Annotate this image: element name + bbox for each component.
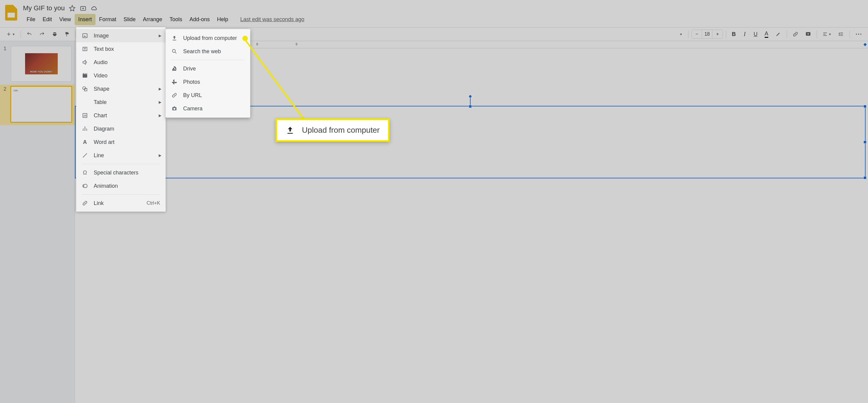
slides-logo[interactable] — [5, 4, 18, 21]
line-spacing-button[interactable] — [836, 29, 846, 39]
svg-point-3 — [858, 34, 859, 35]
insert-line[interactable]: Line ▶ — [76, 149, 166, 162]
menu-label: Audio — [94, 59, 107, 66]
image-photos[interactable]: Photos — [166, 75, 250, 89]
svg-point-13 — [84, 130, 85, 131]
font-size-control[interactable]: − 18 + — [691, 30, 723, 39]
image-upload-from-computer[interactable]: Upload from computer — [166, 31, 250, 45]
paint-format-button[interactable] — [62, 29, 72, 39]
menu-label: Camera — [183, 105, 203, 112]
menu-label: Line — [94, 152, 104, 159]
svg-point-4 — [861, 34, 862, 35]
callout-anchor-dot — [242, 36, 248, 41]
italic-button[interactable]: I — [740, 29, 749, 39]
insert-diagram[interactable]: Diagram — [76, 122, 166, 135]
menu-arrange[interactable]: Arrange — [139, 14, 166, 25]
underline-button[interactable]: U — [751, 29, 760, 39]
image-submenu: Upload from computer Search the web Driv… — [166, 29, 250, 118]
align-button[interactable]: ▼ — [820, 29, 834, 39]
svg-point-17 — [174, 108, 176, 110]
menu-addons[interactable]: Add-ons — [186, 14, 213, 25]
svg-point-15 — [84, 184, 87, 188]
textbox-icon — [82, 46, 88, 52]
highlight-color-button[interactable] — [773, 29, 784, 39]
menu-label: Text box — [94, 46, 114, 52]
font-size-increase[interactable]: + — [712, 30, 723, 38]
menu-insert[interactable]: Insert — [75, 14, 95, 25]
omega-icon: Ω — [82, 169, 88, 176]
svg-rect-7 — [83, 74, 87, 78]
menu-bar: File Edit View Insert Format Slide Arran… — [23, 13, 863, 25]
app-header: My GIF to you File Edit View Insert Form… — [0, 0, 868, 27]
slide-1-caption: HOW YOU DOIN? — [25, 70, 58, 73]
font-size-decrease[interactable]: − — [692, 30, 702, 38]
insert-textbox[interactable]: Text box — [76, 42, 166, 56]
menu-tools[interactable]: Tools — [166, 14, 186, 25]
image-icon — [82, 33, 88, 39]
insert-shape[interactable]: Shape ▶ — [76, 82, 166, 96]
image-camera[interactable]: Camera — [166, 102, 250, 115]
redo-button[interactable] — [37, 29, 48, 39]
callout-label: Upload from computer — [302, 125, 380, 135]
new-slide-button[interactable]: ▼ — [4, 29, 18, 39]
photos-icon — [171, 79, 178, 85]
insert-audio[interactable]: Audio — [76, 56, 166, 69]
menu-label: Photos — [183, 79, 200, 85]
menu-label: Video — [94, 72, 107, 79]
svg-point-12 — [83, 130, 84, 131]
last-edit-link[interactable]: Last edit was seconds ago — [240, 16, 304, 23]
print-button[interactable] — [49, 29, 60, 39]
submenu-arrow-icon: ▶ — [159, 113, 161, 118]
menu-label: Word art — [94, 139, 115, 146]
insert-comment-button[interactable] — [803, 29, 814, 39]
cloud-status-icon[interactable] — [91, 5, 98, 11]
font-size-value[interactable]: 18 — [702, 30, 712, 38]
move-folder-icon[interactable] — [80, 5, 87, 11]
insert-animation[interactable]: Animation — [76, 179, 166, 193]
insert-video[interactable]: Video — [76, 69, 166, 82]
slide-2-title-text: Gifs — [13, 89, 18, 92]
menu-slide[interactable]: Slide — [120, 14, 139, 25]
search-icon — [171, 49, 178, 55]
upload-icon — [171, 35, 178, 41]
insert-chart[interactable]: Chart ▶ — [76, 109, 166, 122]
ruler-indent-marker[interactable]: ◆ — [864, 42, 867, 46]
menu-edit[interactable]: Edit — [39, 14, 56, 25]
menu-file[interactable]: File — [23, 14, 39, 25]
slide-thumbnail-2[interactable]: 2 Gifs — [0, 85, 75, 125]
text-color-button[interactable]: A — [762, 29, 771, 39]
insert-table[interactable]: Table ▶ — [76, 96, 166, 109]
undo-button[interactable] — [24, 29, 35, 39]
shape-icon — [82, 86, 88, 92]
slide-number: 2 — [4, 87, 8, 122]
more-button[interactable] — [853, 29, 864, 39]
document-title[interactable]: My GIF to you — [23, 4, 65, 12]
menu-label: Upload from computer — [183, 35, 237, 41]
menu-help[interactable]: Help — [213, 14, 232, 25]
font-dropdown[interactable]: ▼ — [676, 29, 685, 39]
image-by-url[interactable]: By URL — [166, 89, 250, 102]
animation-icon — [82, 183, 88, 189]
link-icon — [171, 92, 178, 98]
ruler-tick: 9 — [296, 42, 298, 46]
submenu-arrow-icon: ▶ — [159, 34, 161, 38]
star-icon[interactable] — [69, 5, 75, 11]
insert-image[interactable]: Image ▶ — [76, 29, 166, 42]
menu-label: Animation — [94, 183, 118, 189]
ruler-tick: 8 — [256, 42, 258, 46]
insert-wordart[interactable]: A Word art — [76, 135, 166, 149]
submenu-arrow-icon: ▶ — [159, 153, 161, 157]
image-drive[interactable]: Drive — [166, 62, 250, 75]
image-search-web[interactable]: Search the web — [166, 45, 250, 58]
menu-label: Special characters — [94, 169, 138, 176]
insert-link-item[interactable]: Link Ctrl+K — [76, 196, 166, 210]
insert-special-characters[interactable]: Ω Special characters — [76, 166, 166, 179]
audio-icon — [82, 59, 88, 65]
svg-point-11 — [84, 127, 85, 128]
insert-link-button[interactable] — [790, 29, 801, 39]
bold-button[interactable]: B — [729, 29, 738, 39]
slide-thumbnail-1[interactable]: 1 HOW YOU DOIN? — [0, 44, 75, 85]
svg-point-16 — [172, 49, 175, 52]
menu-format[interactable]: Format — [95, 14, 120, 25]
menu-view[interactable]: View — [56, 14, 75, 25]
